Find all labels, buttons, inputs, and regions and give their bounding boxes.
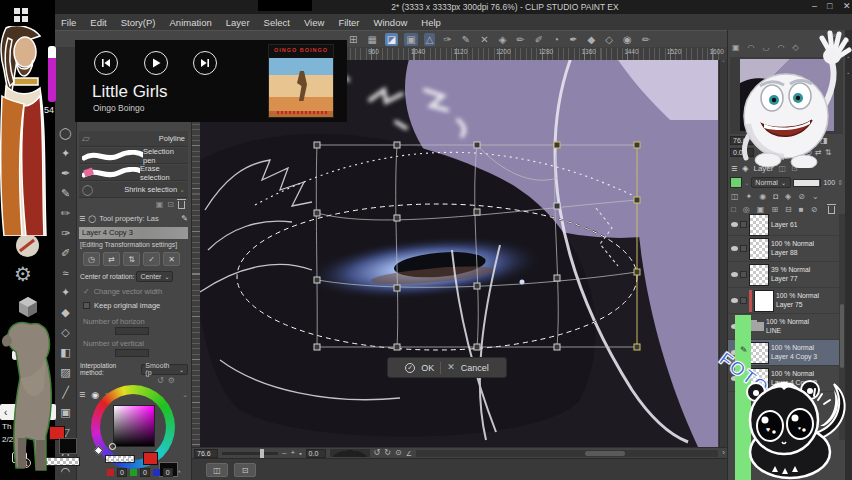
ok-button[interactable]: OK — [421, 363, 434, 373]
menu-item[interactable]: File — [61, 17, 76, 28]
color-history-icon[interactable]: ◔ — [176, 468, 181, 477]
layer-row[interactable]: 100 % NormalLayer 75 — [728, 288, 839, 314]
eye-icon[interactable] — [731, 246, 738, 251]
tool-icon[interactable]: ✦ — [61, 147, 70, 160]
opacity-slider[interactable] — [793, 179, 821, 187]
menu-item[interactable]: Help — [421, 17, 441, 28]
scroll-up-icon[interactable]: ⌃ — [721, 60, 726, 66]
tool-icon[interactable]: ✑ — [61, 227, 70, 240]
rotate-button[interactable]: ◷ — [83, 252, 100, 266]
cube-icon[interactable] — [17, 296, 39, 318]
keep-original-checkbox[interactable] — [83, 302, 90, 309]
blue-value[interactable]: 0 — [163, 468, 173, 477]
opacity-value[interactable]: 100 — [823, 179, 835, 186]
wrench-icon[interactable]: ⚙ — [168, 377, 175, 385]
toolbar-icon[interactable]: ✎ — [460, 33, 472, 46]
register-icon[interactable]: ▣ — [156, 201, 164, 209]
menu-item[interactable]: Filter — [338, 17, 359, 28]
cancel-button[interactable]: Cancel — [461, 363, 489, 373]
toolbar-icon[interactable]: ▦ — [365, 33, 378, 46]
all-sides-view-button[interactable]: ◫ — [206, 463, 228, 477]
toolbar-icon[interactable]: ✕ — [478, 33, 490, 46]
eye-icon[interactable] — [731, 298, 738, 303]
fit-to-screen-button[interactable]: ⊡ — [234, 463, 256, 477]
toolbar-icon[interactable]: ◇ — [603, 33, 615, 46]
menu-item[interactable]: View — [304, 17, 324, 28]
green-value[interactable]: 0 — [140, 468, 150, 477]
chevron-down-icon[interactable]: ⌄ — [744, 180, 749, 186]
layer-command-icon[interactable]: □ — [731, 205, 736, 214]
toolbar-icon[interactable]: ◉ — [621, 33, 634, 46]
toolbar-icon[interactable]: ◈ — [497, 33, 509, 46]
toolbar-icon[interactable]: ◆ — [586, 33, 598, 46]
compass-icon[interactable] — [16, 234, 39, 257]
scroll-down-icon[interactable]: ⌄ — [179, 186, 185, 193]
reset-icon[interactable]: ↺ — [157, 377, 164, 385]
gear-icon[interactable]: ⚙ — [14, 262, 32, 286]
chevron-down-icon[interactable]: ⌄ — [182, 391, 188, 399]
layer-row[interactable]: 39 % NormalLayer 77 — [728, 262, 839, 288]
toolbar-icon[interactable]: ✐ — [533, 33, 545, 46]
layer-row[interactable]: Layer 61 — [728, 214, 839, 236]
zoom-out-icon[interactable]: – — [282, 449, 286, 457]
delete-layer-icon[interactable] — [828, 206, 835, 214]
eye-icon[interactable] — [731, 272, 738, 277]
tool-icon[interactable]: ≈ — [62, 267, 68, 279]
layer-tool-icon[interactable]: ◘ — [773, 192, 778, 201]
color-wheel-tab-icon[interactable]: ◉ — [91, 390, 99, 400]
layer-tool-icon[interactable]: ✦ — [746, 192, 753, 201]
layer-command-icon[interactable]: ⊘ — [811, 205, 818, 214]
toolbar-icon[interactable]: △ — [424, 33, 436, 46]
layer-tool-icon[interactable]: ⊘ — [798, 192, 805, 201]
hue-knob[interactable] — [94, 446, 104, 456]
confirm-button[interactable]: ✓ — [143, 252, 160, 266]
play-button[interactable] — [144, 51, 168, 75]
cancel-transform-button[interactable]: ✕ — [163, 252, 180, 266]
num-horizontal-input[interactable] — [115, 327, 149, 335]
canvas-hscrollbar[interactable] — [416, 450, 718, 457]
tool-icon[interactable]: ✦ — [61, 286, 70, 299]
subtool-row-polyline[interactable]: ▱ Polyline — [79, 131, 188, 147]
panel-fg-swatch[interactable] — [143, 452, 158, 465]
toolbar-icon[interactable]: ✒ — [567, 33, 579, 46]
red-value[interactable]: 0 — [117, 468, 127, 477]
next-track-button[interactable] — [193, 51, 217, 75]
layer-tool-icon[interactable]: ⌄ — [812, 192, 819, 201]
layer-checkbox[interactable] — [740, 297, 747, 304]
tool-icon[interactable]: ✐ — [61, 247, 70, 260]
subtool-row-selection-pen[interactable]: Selection pen — [79, 148, 188, 164]
tool-icon[interactable]: ✒ — [61, 167, 70, 180]
interpolation-select[interactable]: Smooth (p⌄ — [141, 364, 188, 375]
subtool-row-erase-selection[interactable]: Erase selection — [79, 165, 188, 181]
flip-horizontal-button[interactable]: ⇄ — [103, 252, 120, 266]
layer-row[interactable]: 100 % NormalLayer 88 — [728, 236, 839, 262]
toolbar-icon[interactable]: ✏ — [640, 33, 652, 46]
menu-item[interactable]: Edit — [90, 17, 106, 28]
keep-original-row[interactable]: Keep original image — [83, 301, 160, 310]
sv-cursor[interactable] — [109, 443, 116, 450]
menu-item[interactable]: Story(P) — [121, 17, 156, 28]
scroll-right-icon[interactable]: › — [722, 449, 725, 457]
layer-tool-icon[interactable]: ◈ — [785, 192, 791, 201]
tool-icon[interactable]: ✎ — [61, 187, 70, 200]
menu-item[interactable]: Animation — [170, 17, 212, 28]
toolbar-icon[interactable]: ◔ — [551, 33, 561, 46]
canvas-vscrollbar[interactable]: ⌃ — [719, 60, 727, 447]
center-of-rotation-select[interactable]: Center⌄ — [136, 271, 173, 282]
panel-transparent-swatch[interactable] — [105, 455, 135, 463]
menu-item[interactable]: Layer — [226, 17, 250, 28]
layer-color-swatch[interactable] — [730, 177, 742, 188]
trash-icon[interactable] — [178, 201, 185, 209]
blend-mode-select[interactable]: Normal⌄ — [751, 177, 791, 188]
zoom-slider[interactable] — [222, 452, 278, 455]
panel-menu-icon[interactable]: ☰ — [79, 215, 85, 223]
layer-tool-icon[interactable]: ◫ — [731, 192, 739, 201]
minimize-button[interactable]: – — [812, 1, 817, 11]
toolbar-icon[interactable]: ✑ — [441, 33, 453, 46]
zoom-value[interactable]: 76.6 — [194, 449, 218, 458]
opacity-stepper-icon[interactable]: ⇕ — [837, 179, 843, 186]
zoom-reset-icon[interactable]: ▪ — [299, 450, 301, 457]
rotation-arc-widget[interactable] — [330, 449, 370, 457]
rotate-ccw-icon[interactable]: ↺ — [374, 449, 381, 457]
windows-start-icon[interactable] — [14, 8, 20, 14]
